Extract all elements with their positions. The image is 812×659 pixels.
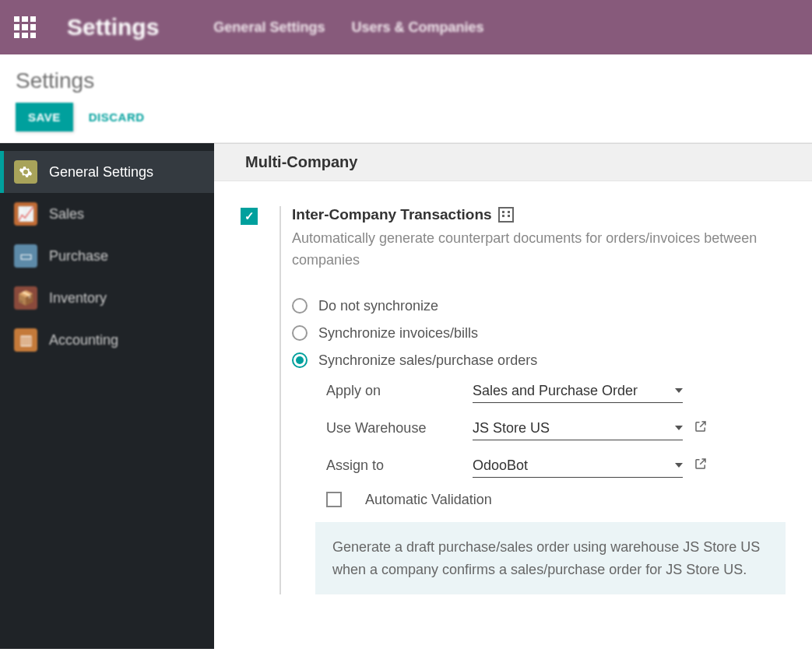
chevron-down-icon — [675, 388, 683, 393]
select-apply-on[interactable]: Sales and Purchase Order — [473, 380, 683, 403]
select-value: OdooBot — [473, 457, 528, 474]
nav-users-companies[interactable]: Users & Companies — [351, 19, 483, 36]
sync-radio-group: Do not synchronize Synchronize invoices/… — [292, 298, 786, 369]
sidebar-item-sales[interactable]: 📈 Sales — [0, 193, 214, 235]
app-title: Settings — [67, 14, 159, 40]
apps-icon[interactable] — [14, 16, 36, 38]
radio-do-not-sync[interactable]: Do not synchronize — [292, 298, 786, 314]
sidebar-item-label: General Settings — [49, 164, 153, 181]
breadcrumb: Settings — [16, 68, 796, 93]
chart-icon: 📈 — [14, 202, 37, 226]
control-panel: Settings SAVE DISCARD — [0, 54, 812, 143]
sidebar-item-purchase[interactable]: ▭ Purchase — [0, 235, 214, 277]
gear-icon — [14, 160, 37, 184]
select-use-warehouse[interactable]: JS Store US — [473, 417, 683, 440]
radio-sync-orders[interactable]: Synchronize sales/purchase orders — [292, 352, 786, 369]
sidebar-item-accounting[interactable]: ▥ Accounting — [0, 319, 214, 361]
sidebar-item-label: Inventory — [49, 290, 107, 307]
select-value: Sales and Purchase Order — [473, 383, 638, 399]
radio-icon — [292, 298, 308, 314]
sidebar-item-label: Purchase — [49, 248, 108, 265]
external-link-icon — [694, 457, 708, 471]
setting-description: Automatically generate counterpart docum… — [292, 228, 786, 272]
save-button[interactable]: SAVE — [16, 103, 73, 131]
external-link-assign-to[interactable] — [694, 457, 708, 475]
main-content: Multi-Company ✓ Inter-Company Transactio… — [214, 143, 812, 649]
intercompany-checkbox[interactable]: ✓ — [241, 208, 258, 225]
radio-icon — [292, 325, 308, 341]
chevron-down-icon — [675, 463, 683, 468]
radio-icon — [292, 352, 308, 368]
purchase-icon: ▭ — [14, 244, 37, 268]
sidebar-item-inventory[interactable]: 📦 Inventory — [0, 277, 214, 319]
select-value: JS Store US — [473, 420, 550, 436]
radio-label: Do not synchronize — [318, 298, 438, 314]
label-use-warehouse: Use Warehouse — [326, 420, 473, 436]
sidebar-item-label: Sales — [49, 206, 84, 223]
nav-general-settings[interactable]: General Settings — [213, 19, 325, 36]
setting-title: Inter-Company Transactions — [292, 206, 786, 223]
section-multi-company: Multi-Company — [214, 143, 812, 181]
label-assign-to: Assign to — [326, 457, 473, 474]
chevron-down-icon — [675, 426, 683, 430]
building-icon[interactable] — [498, 207, 514, 223]
external-link-icon — [694, 419, 708, 433]
sidebar-item-label: Accounting — [49, 332, 118, 349]
select-assign-to[interactable]: OdooBot — [473, 454, 683, 478]
discard-button[interactable]: DISCARD — [89, 110, 145, 124]
auto-validation-checkbox[interactable] — [326, 492, 342, 507]
inventory-icon: 📦 — [14, 286, 37, 310]
external-link-warehouse[interactable] — [694, 419, 708, 437]
setting-title-text: Inter-Company Transactions — [292, 206, 492, 223]
top-nav: Settings General Settings Users & Compan… — [0, 0, 812, 54]
accounting-icon: ▥ — [14, 328, 37, 352]
info-box: Generate a draft purchase/sales order us… — [315, 522, 786, 595]
radio-label: Synchronize sales/purchase orders — [318, 352, 537, 369]
radio-sync-invoices[interactable]: Synchronize invoices/bills — [292, 325, 786, 342]
auto-validation-label: Automatic Validation — [365, 492, 492, 508]
radio-label: Synchronize invoices/bills — [318, 325, 478, 342]
settings-sidebar: General Settings 📈 Sales ▭ Purchase 📦 In… — [0, 143, 214, 649]
label-apply-on: Apply on — [326, 383, 473, 399]
sidebar-item-general-settings[interactable]: General Settings — [0, 151, 214, 193]
